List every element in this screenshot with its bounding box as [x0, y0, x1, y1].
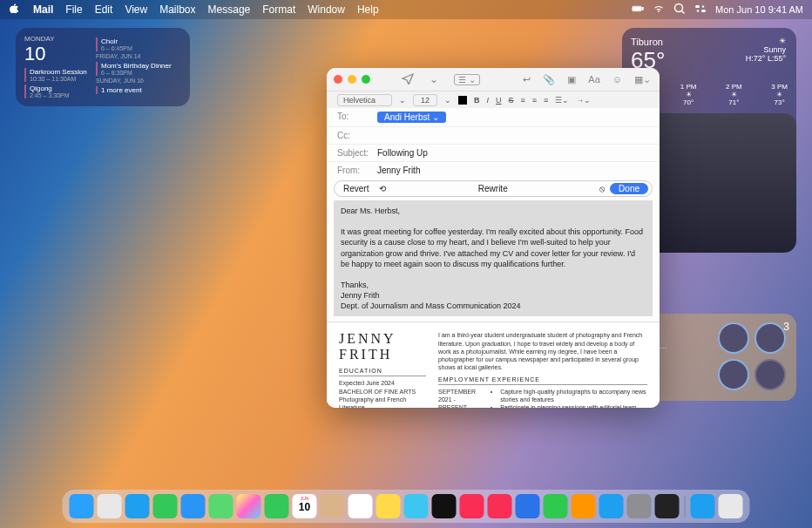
- section-heading: EDUCATION: [339, 368, 426, 376]
- send-icon[interactable]: [402, 72, 414, 87]
- dock-maps[interactable]: [209, 494, 233, 518]
- svg-point-7: [697, 10, 699, 11]
- header-fields-icon[interactable]: ☰ ⌄: [454, 74, 480, 85]
- menu-window[interactable]: Window: [308, 3, 345, 16]
- dock-reminders[interactable]: [348, 494, 373, 518]
- dock-tv[interactable]: [432, 494, 457, 518]
- from-field[interactable]: Jenny Frith: [377, 166, 420, 175]
- dock-pages[interactable]: [572, 494, 596, 518]
- keyboard-icon[interactable]: [754, 322, 786, 354]
- app-name[interactable]: Mail: [33, 3, 53, 16]
- empty-icon[interactable]: [754, 359, 786, 390]
- resume-line: Expected June 2024: [339, 379, 426, 387]
- hour-label: 1 PM: [680, 83, 697, 91]
- menu-message[interactable]: Message: [208, 3, 251, 16]
- dock-finder[interactable]: [70, 494, 94, 518]
- rewrite-icon[interactable]: ⦸: [599, 184, 605, 194]
- menu-format[interactable]: Format: [262, 3, 295, 16]
- resume-summary: I am a third-year student undergraduate …: [438, 331, 647, 370]
- svg-rect-4: [695, 5, 700, 8]
- list-icon[interactable]: ☰⌄: [555, 96, 569, 105]
- align-right-icon[interactable]: ≡: [544, 96, 548, 105]
- dock-news[interactable]: [488, 494, 512, 518]
- bullet: Capture high-quality photographs to acco…: [500, 388, 647, 403]
- rewrite-button[interactable]: Rewrite: [391, 184, 594, 193]
- bold-button[interactable]: B: [474, 96, 480, 105]
- wifi-icon[interactable]: [653, 3, 665, 17]
- dock-freeform[interactable]: [404, 494, 429, 518]
- control-center-icon[interactable]: [694, 3, 707, 17]
- dock-messages[interactable]: [153, 494, 178, 518]
- to-recipient[interactable]: Andi Herbst ⌄: [377, 112, 446, 123]
- dock-music[interactable]: [460, 494, 484, 518]
- battery-icon[interactable]: [632, 3, 644, 17]
- dock-downloads[interactable]: [691, 494, 715, 518]
- from-label: From:: [337, 166, 377, 175]
- font-select[interactable]: Helvetica: [337, 94, 392, 106]
- rewrite-bar: Revert ⟲ Rewrite ⦸ Done: [334, 180, 653, 197]
- svg-rect-2: [633, 7, 640, 10]
- menu-mailbox[interactable]: Mailbox: [159, 3, 195, 16]
- dock-launchpad[interactable]: [98, 494, 122, 518]
- done-button[interactable]: Done: [610, 183, 648, 194]
- mouse-icon[interactable]: [718, 359, 749, 390]
- align-center-icon[interactable]: ≡: [532, 96, 537, 105]
- underline-button[interactable]: U: [496, 96, 502, 105]
- weather-range: H:72° L:55°: [746, 54, 786, 63]
- message-body[interactable]: Dear Ms. Herbst, It was great meeting fo…: [334, 200, 653, 316]
- svg-point-3: [675, 4, 683, 12]
- strike-button[interactable]: S: [509, 96, 514, 105]
- dock-settings[interactable]: [627, 494, 652, 518]
- markup-icon[interactable]: ▦⌄: [634, 74, 651, 85]
- weather-condition: Sunny: [746, 45, 786, 54]
- svg-rect-1: [642, 8, 643, 10]
- attach-icon[interactable]: 📎: [543, 74, 555, 85]
- search-icon[interactable]: [673, 3, 686, 17]
- dock-trash[interactable]: [719, 494, 743, 518]
- zoom-button[interactable]: [362, 75, 370, 84]
- titlebar: ⌄ ☰ ⌄ ↩ 📎 ▣ Aa ☺ ▦⌄: [327, 68, 660, 91]
- menu-view[interactable]: View: [125, 3, 147, 16]
- dock-facetime[interactable]: [265, 494, 289, 518]
- dock-calendar[interactable]: JUN10: [293, 494, 317, 518]
- size-select[interactable]: 12: [413, 94, 437, 106]
- calendar-dayname: MONDAY: [24, 35, 96, 43]
- chevron-down-icon[interactable]: ⌄: [430, 73, 438, 85]
- color-swatch[interactable]: [458, 96, 467, 105]
- dock: JUN10: [63, 490, 750, 523]
- laptop-icon[interactable]: [718, 322, 749, 354]
- chevron-down-icon[interactable]: ⌄: [432, 112, 439, 122]
- dock-keynote[interactable]: [516, 494, 540, 518]
- minimize-button[interactable]: [348, 75, 356, 84]
- dock-safari[interactable]: [125, 494, 150, 518]
- menu-file[interactable]: File: [65, 3, 82, 16]
- menu-edit[interactable]: Edit: [95, 3, 113, 16]
- format-icon[interactable]: Aa: [588, 74, 599, 85]
- dock-photos[interactable]: [237, 494, 261, 518]
- cc-field[interactable]: [377, 131, 649, 140]
- dock-contacts[interactable]: [321, 494, 345, 518]
- dock-mail[interactable]: [181, 494, 206, 518]
- emoji-icon[interactable]: ☺: [612, 74, 622, 85]
- dock-appstore[interactable]: [599, 494, 624, 518]
- apple-icon[interactable]: [9, 3, 21, 17]
- dock-iphone-mirror[interactable]: [655, 494, 680, 518]
- event-title: Choir: [101, 37, 181, 45]
- menu-help[interactable]: Help: [357, 3, 379, 16]
- to-label: To:: [337, 112, 377, 123]
- revert-icon[interactable]: ⟲: [379, 184, 386, 193]
- revert-button[interactable]: Revert: [338, 183, 374, 194]
- dock-notes[interactable]: [376, 494, 401, 518]
- subject-field[interactable]: Following Up: [377, 148, 428, 158]
- resume-line: Photography and French Literature: [339, 396, 426, 408]
- align-left-icon[interactable]: ≡: [521, 96, 525, 105]
- dock-numbers[interactable]: [544, 494, 568, 518]
- italic-button[interactable]: I: [487, 96, 490, 105]
- indent-icon[interactable]: →⌄: [576, 96, 591, 105]
- menubar-datetime[interactable]: Mon Jun 10 9:41 AM: [715, 4, 803, 15]
- close-button[interactable]: [334, 75, 342, 84]
- svg-point-6: [702, 5, 704, 7]
- calendar-widget[interactable]: MONDAY 10 Darkroom Session10:30 – 11:30A…: [16, 28, 190, 106]
- photo-icon[interactable]: ▣: [567, 74, 576, 85]
- reply-icon[interactable]: ↩: [523, 74, 531, 85]
